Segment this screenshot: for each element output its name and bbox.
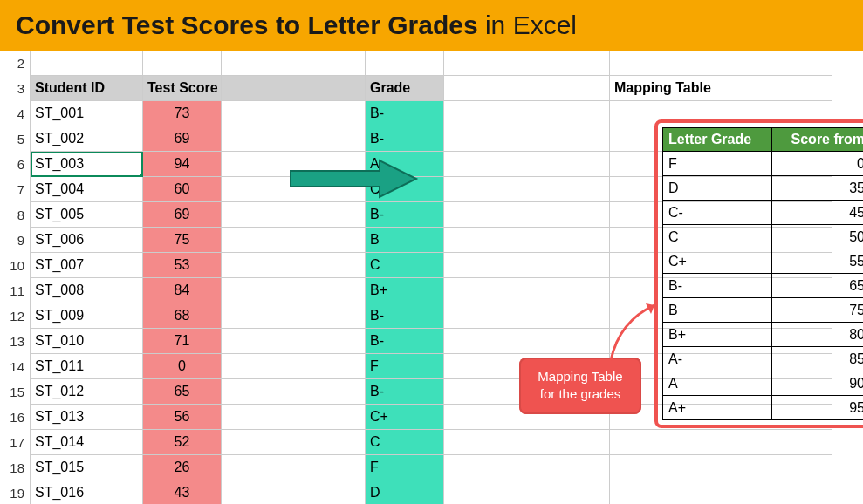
cell-empty[interactable] bbox=[444, 329, 610, 354]
student-id-cell[interactable]: ST_011 bbox=[31, 354, 143, 379]
mapping-score-cell[interactable]: 35 bbox=[772, 176, 863, 201]
cell-empty[interactable] bbox=[143, 51, 222, 76]
row-number[interactable]: 16 bbox=[0, 405, 31, 430]
student-id-cell[interactable]: ST_016 bbox=[31, 480, 143, 504]
cell-empty[interactable] bbox=[222, 405, 366, 430]
mapping-grade-cell[interactable]: D bbox=[663, 176, 772, 201]
mapping-grade-cell[interactable]: B+ bbox=[663, 323, 772, 347]
cell-empty[interactable] bbox=[222, 480, 366, 504]
mapping-grade-cell[interactable]: A+ bbox=[663, 396, 772, 420]
cell-empty[interactable] bbox=[736, 430, 832, 455]
header-mapping-table[interactable]: Mapping Table bbox=[610, 76, 736, 101]
student-id-cell[interactable]: ST_006 bbox=[31, 228, 143, 253]
cell-empty[interactable] bbox=[444, 253, 610, 278]
mapping-score-cell[interactable]: 90 bbox=[772, 371, 863, 396]
cell-empty[interactable] bbox=[444, 76, 610, 101]
mapping-grade-cell[interactable]: A- bbox=[663, 347, 772, 371]
test-score-cell[interactable]: 73 bbox=[143, 101, 222, 126]
mapping-header-score[interactable]: Score from bbox=[772, 128, 863, 152]
student-id-cell[interactable]: ST_008 bbox=[31, 278, 143, 303]
mapping-score-cell[interactable]: 85 bbox=[772, 347, 863, 371]
row-number[interactable]: 11 bbox=[0, 278, 31, 303]
cell-empty[interactable] bbox=[444, 126, 610, 152]
test-score-cell[interactable]: 68 bbox=[143, 303, 222, 329]
student-id-cell[interactable]: ST_003 bbox=[31, 152, 143, 177]
cell-empty[interactable] bbox=[222, 228, 366, 253]
mapping-score-cell[interactable]: 45 bbox=[772, 201, 863, 225]
student-id-cell[interactable]: ST_005 bbox=[31, 202, 143, 228]
row-number[interactable]: 5 bbox=[0, 126, 31, 152]
grade-cell[interactable]: A bbox=[366, 152, 444, 177]
mapping-grade-cell[interactable]: C bbox=[663, 225, 772, 249]
cell-empty[interactable] bbox=[736, 455, 832, 480]
mapping-grade-cell[interactable]: B bbox=[663, 298, 772, 323]
cell-empty[interactable] bbox=[222, 101, 366, 126]
row-number[interactable]: 4 bbox=[0, 101, 31, 126]
student-id-cell[interactable]: ST_009 bbox=[31, 303, 143, 329]
student-id-cell[interactable]: ST_014 bbox=[31, 430, 143, 455]
grade-cell[interactable]: B- bbox=[366, 101, 444, 126]
test-score-cell[interactable]: 26 bbox=[143, 455, 222, 480]
mapping-grade-cell[interactable]: C- bbox=[663, 201, 772, 225]
row-number[interactable]: 2 bbox=[0, 51, 31, 76]
cell-empty[interactable] bbox=[610, 455, 736, 480]
row-number[interactable]: 3 bbox=[0, 76, 31, 101]
student-id-cell[interactable]: ST_004 bbox=[31, 177, 143, 202]
mapping-score-cell[interactable]: 55 bbox=[772, 249, 863, 274]
student-id-cell[interactable]: ST_010 bbox=[31, 329, 143, 354]
test-score-cell[interactable]: 53 bbox=[143, 253, 222, 278]
cell-empty[interactable] bbox=[31, 51, 143, 76]
header-grade[interactable]: Grade bbox=[366, 76, 444, 101]
cell-empty[interactable] bbox=[222, 202, 366, 228]
mapping-score-cell[interactable]: 65 bbox=[772, 274, 863, 298]
cell-empty[interactable] bbox=[222, 76, 366, 101]
test-score-cell[interactable]: 75 bbox=[143, 228, 222, 253]
row-number[interactable]: 18 bbox=[0, 455, 31, 480]
cell-empty[interactable] bbox=[444, 430, 610, 455]
cell-empty[interactable] bbox=[222, 379, 366, 405]
header-test-score[interactable]: Test Score bbox=[143, 76, 222, 101]
student-id-cell[interactable]: ST_007 bbox=[31, 253, 143, 278]
header-student-id[interactable]: Student ID bbox=[31, 76, 143, 101]
cell-empty[interactable] bbox=[736, 51, 832, 76]
cell-empty[interactable] bbox=[444, 228, 610, 253]
mapping-score-cell[interactable]: 95 bbox=[772, 396, 863, 420]
cell-empty[interactable] bbox=[444, 177, 610, 202]
student-id-cell[interactable]: ST_015 bbox=[31, 455, 143, 480]
mapping-header-grade[interactable]: Letter Grade bbox=[663, 128, 772, 152]
row-number[interactable]: 19 bbox=[0, 480, 31, 504]
grade-cell[interactable]: C bbox=[366, 430, 444, 455]
test-score-cell[interactable]: 94 bbox=[143, 152, 222, 177]
student-id-cell[interactable]: ST_012 bbox=[31, 379, 143, 405]
row-number[interactable]: 6 bbox=[0, 152, 31, 177]
cell-empty[interactable] bbox=[222, 430, 366, 455]
grade-cell[interactable]: B- bbox=[366, 379, 444, 405]
grade-cell[interactable]: F bbox=[366, 354, 444, 379]
cell-empty[interactable] bbox=[444, 278, 610, 303]
grade-cell[interactable]: B- bbox=[366, 126, 444, 152]
mapping-grade-cell[interactable]: A bbox=[663, 371, 772, 396]
test-score-cell[interactable]: 56 bbox=[143, 405, 222, 430]
student-id-cell[interactable]: ST_013 bbox=[31, 405, 143, 430]
cell-empty[interactable] bbox=[444, 51, 610, 76]
cell-empty[interactable] bbox=[366, 51, 444, 76]
row-number[interactable]: 17 bbox=[0, 430, 31, 455]
cell-empty[interactable] bbox=[610, 51, 736, 76]
student-id-cell[interactable]: ST_002 bbox=[31, 126, 143, 152]
grade-cell[interactable]: B bbox=[366, 228, 444, 253]
row-number[interactable]: 9 bbox=[0, 228, 31, 253]
grade-cell[interactable]: B- bbox=[366, 202, 444, 228]
cell-empty[interactable] bbox=[222, 126, 366, 152]
cell-empty[interactable] bbox=[736, 480, 832, 504]
cell-empty[interactable] bbox=[222, 455, 366, 480]
cell-empty[interactable] bbox=[610, 480, 736, 504]
cell-empty[interactable] bbox=[222, 51, 366, 76]
cell-empty[interactable] bbox=[222, 354, 366, 379]
test-score-cell[interactable]: 69 bbox=[143, 202, 222, 228]
test-score-cell[interactable]: 71 bbox=[143, 329, 222, 354]
grade-cell[interactable]: F bbox=[366, 455, 444, 480]
row-number[interactable]: 12 bbox=[0, 303, 31, 329]
grade-cell[interactable]: C bbox=[366, 253, 444, 278]
test-score-cell[interactable]: 69 bbox=[143, 126, 222, 152]
cell-empty[interactable] bbox=[222, 329, 366, 354]
